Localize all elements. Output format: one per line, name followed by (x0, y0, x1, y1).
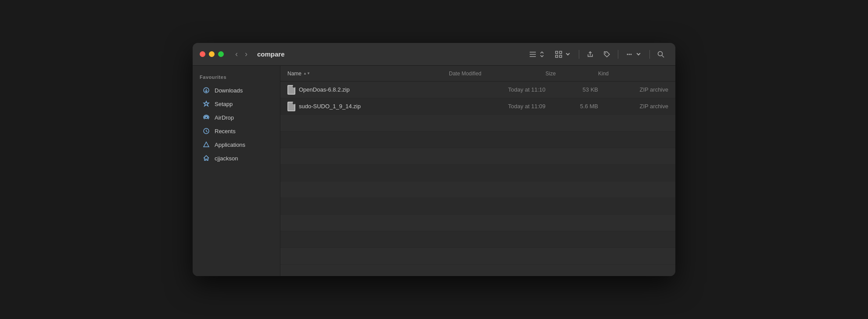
empty-row (280, 181, 675, 198)
tag-button[interactable] (599, 48, 614, 60)
sidebar-item-recents[interactable]: Recents (195, 124, 277, 138)
file-icon (287, 85, 295, 95)
chevron-down-icon-2 (635, 50, 642, 58)
main-content: Favourites Downloads Se (193, 66, 675, 276)
file-size: 53 KB (545, 86, 598, 93)
file-kind: ZIP archive (598, 86, 668, 93)
col-date-header[interactable]: Date Modified (449, 71, 545, 77)
list-view-icon (529, 50, 537, 58)
file-kind: ZIP archive (598, 103, 668, 110)
toolbar-actions (525, 48, 668, 60)
sidebar-item-airdrop[interactable]: AirDrop (195, 111, 277, 124)
setapp-icon (202, 100, 210, 108)
table-row[interactable]: sudo-SUDO_1_9_14.zip Today at 11:09 5.6 … (280, 98, 675, 115)
col-size-header[interactable]: Size (545, 71, 598, 77)
downloads-icon (202, 86, 210, 94)
file-date: Today at 11:09 (449, 103, 545, 110)
svg-point-8 (605, 52, 606, 53)
recents-icon (202, 127, 210, 135)
chevron-down-icon (564, 50, 572, 58)
maximize-button[interactable] (218, 51, 224, 57)
svg-point-10 (629, 53, 630, 55)
more-icon (625, 50, 633, 58)
file-name: OpenDoas-6.8.2.zip (299, 86, 350, 93)
file-date: Today at 11:10 (449, 86, 545, 93)
airdrop-icon (202, 113, 210, 121)
empty-row (280, 148, 675, 165)
sort-icon: ▲▼ (303, 71, 310, 75)
sidebar: Favourites Downloads Se (193, 66, 280, 276)
svg-point-9 (627, 53, 628, 55)
sidebar-item-applications[interactable]: Applications (195, 138, 277, 151)
svg-rect-3 (556, 51, 558, 53)
sidebar-item-downloads[interactable]: Downloads (195, 84, 277, 97)
sidebar-item-label: Setapp (215, 101, 233, 107)
grid-view-icon (555, 50, 563, 58)
share-button[interactable] (583, 48, 598, 60)
col-kind-header[interactable]: Kind (598, 71, 668, 77)
svg-rect-5 (556, 55, 558, 57)
list-view-button[interactable] (525, 48, 549, 60)
file-name-cell: OpenDoas-6.8.2.zip (287, 85, 449, 95)
svg-rect-4 (560, 51, 562, 53)
tag-icon (603, 50, 611, 58)
search-icon (657, 50, 665, 58)
svg-point-11 (631, 53, 632, 55)
file-name: sudo-SUDO_1_9_14.zip (299, 103, 361, 110)
window-title: compare (257, 50, 525, 58)
empty-row (280, 165, 675, 181)
search-button[interactable] (653, 48, 668, 60)
toolbar-divider-2 (618, 50, 618, 59)
share-icon (586, 50, 594, 58)
empty-row (280, 231, 675, 248)
forward-button[interactable]: › (242, 48, 250, 60)
home-icon (202, 154, 210, 162)
svg-point-16 (205, 117, 208, 119)
empty-row (280, 198, 675, 215)
empty-row (280, 215, 675, 231)
sidebar-item-setapp[interactable]: Setapp (195, 97, 277, 110)
close-button[interactable] (200, 51, 205, 57)
empty-row (280, 248, 675, 265)
toolbar-divider-3 (649, 50, 650, 59)
empty-row (280, 131, 675, 148)
svg-rect-6 (560, 55, 562, 57)
more-button[interactable] (622, 48, 646, 60)
titlebar: ‹ › compare (193, 43, 675, 66)
file-list: OpenDoas-6.8.2.zip Today at 11:10 53 KB … (280, 82, 675, 276)
chevron-updown-icon (538, 50, 546, 58)
file-name-cell: sudo-SUDO_1_9_14.zip (287, 102, 449, 111)
table-row[interactable]: OpenDoas-6.8.2.zip Today at 11:10 53 KB … (280, 82, 675, 98)
file-size: 5.6 MB (545, 103, 598, 110)
file-area: Name ▲▼ Date Modified Size Kind (280, 66, 675, 276)
col-name-header[interactable]: Name ▲▼ (287, 71, 449, 77)
minimize-button[interactable] (209, 51, 215, 57)
traffic-lights (200, 51, 224, 57)
svg-point-12 (658, 51, 663, 56)
sidebar-item-label: AirDrop (215, 114, 234, 121)
sidebar-item-cjjackson[interactable]: cjjackson (195, 152, 277, 165)
sidebar-item-label: Recents (215, 128, 236, 135)
sidebar-item-label: cjjackson (215, 155, 238, 162)
grid-view-button[interactable] (551, 48, 575, 60)
toolbar-divider (579, 50, 579, 59)
nav-buttons: ‹ › (233, 48, 250, 60)
sidebar-item-label: Downloads (215, 87, 243, 94)
column-header: Name ▲▼ Date Modified Size Kind (280, 66, 675, 82)
empty-row (280, 115, 675, 131)
sidebar-item-label: Applications (215, 142, 245, 148)
applications-icon (202, 141, 210, 149)
svg-line-13 (662, 55, 664, 57)
finder-window: ‹ › compare (193, 43, 675, 276)
back-button[interactable]: ‹ (233, 48, 240, 60)
file-icon (287, 102, 295, 111)
sidebar-section-title: Favourites (193, 74, 280, 83)
